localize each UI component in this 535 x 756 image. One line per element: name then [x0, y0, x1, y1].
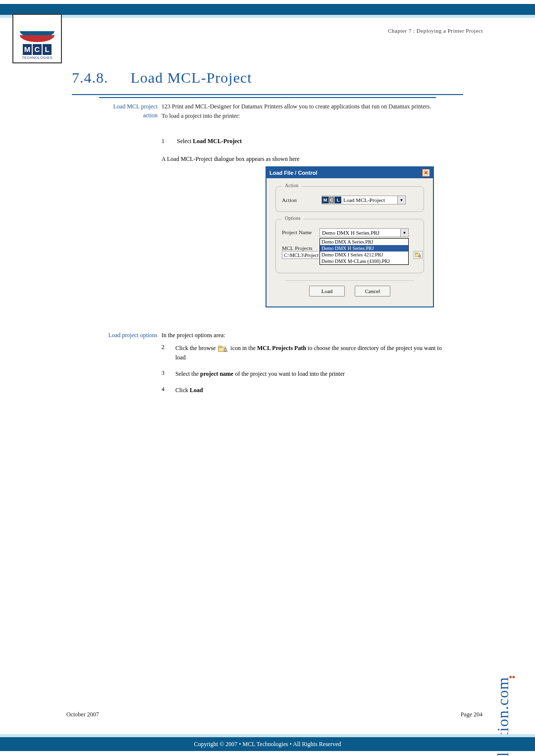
step-number: 4 [161, 386, 175, 395]
section-heading: 7.4.8. Load MCL-Project [72, 69, 252, 86]
footer-page: Page 204 [461, 711, 482, 718]
browse-icon[interactable] [414, 251, 423, 259]
step-4: 4 Click Load [161, 386, 444, 395]
list-item[interactable]: Demo DMX H Series.PRJ [320, 245, 408, 252]
heading-rule-outer [72, 94, 463, 95]
options-fieldset: Options Project Name Demo DMX H Series.P… [275, 219, 424, 273]
svg-line-7 [226, 351, 228, 352]
dialog-separator [285, 280, 414, 281]
dialog-intro-text: A Load MCL-Project dialogue box appears … [161, 155, 439, 163]
load-file-control-dialog: Load File / Control × Action Action MCL … [266, 166, 434, 307]
dialog-title-text: Load File / Control [269, 167, 318, 178]
close-icon[interactable]: × [422, 169, 430, 177]
list-item[interactable]: Demo DMX M-CLass (4308).PRJ [320, 258, 408, 264]
options-legend: Options [282, 215, 304, 221]
list-item[interactable]: Demo DMX A Series.PRJ [320, 239, 408, 245]
dialog-titlebar[interactable]: Load File / Control × [267, 167, 433, 178]
copyright-bar: Copyright © 2007 • MCL Technologies • Al… [0, 737, 535, 751]
svg-rect-1 [416, 253, 418, 254]
logo-letter: L [43, 44, 52, 55]
logo-letter: C [33, 44, 42, 55]
logo-subtext: TECHNOLOGIES [20, 56, 54, 59]
chevron-down-icon[interactable]: ▼ [400, 229, 408, 237]
options-intro-text: In the project options area: [161, 332, 439, 339]
logo-letter: M [23, 44, 32, 55]
mcl-projects-path-input[interactable]: C:\MCL3\Projects [282, 251, 319, 259]
project-name-combobox[interactable]: Demo DMX H Series.PRJ ▼ [320, 228, 409, 237]
step-number: 3 [161, 369, 175, 379]
svg-rect-5 [218, 346, 221, 348]
step-2: 2 Click the browse icon in the MCL Proje… [161, 344, 444, 362]
margin-label-options: Load project options [69, 332, 158, 339]
browse-icon [218, 345, 228, 352]
heading-rule-inner [99, 97, 436, 98]
logo-wave-icon [20, 31, 54, 42]
cancel-button[interactable]: Cancel [355, 286, 390, 297]
action-combo-value: Load MCL-Project [341, 197, 397, 203]
top-accent-light [0, 15, 535, 18]
action-fieldset: Action Action MCL Load MCL-Project ▼ [275, 186, 424, 212]
intro-paragraph: 123 Print and MCL-Designer for Datamax P… [161, 102, 434, 121]
chevron-down-icon[interactable]: ▼ [397, 196, 405, 204]
svg-line-3 [421, 257, 422, 258]
footer-date: October 2007 [66, 711, 99, 718]
load-button[interactable]: Load [309, 286, 345, 297]
decorative-dots-icon: •• [509, 672, 515, 683]
project-name-label: Project Name [282, 228, 320, 235]
mcl-badge-icon: MCL [322, 197, 341, 203]
step-3: 3 Select the project name of the project… [161, 369, 444, 379]
step-1: 1 Select Load MCL-Project [161, 138, 434, 145]
section-title: Load MCL-Project [131, 69, 252, 86]
list-item[interactable]: Demo DMX I Series 4212.PRJ [320, 252, 408, 258]
step-number: 2 [161, 344, 175, 362]
project-name-value: Demo DMX H Series.PRJ [320, 230, 400, 236]
action-combobox[interactable]: MCL Load MCL-Project ▼ [321, 196, 406, 204]
action-label: Action [282, 197, 317, 203]
margin-label-load-action: Load MCL projectaction [88, 102, 158, 120]
project-dropdown-list[interactable]: Demo DMX A Series.PRJ Demo DMX H Series.… [320, 238, 409, 265]
mcl-projects-label: MCL Projects [282, 238, 320, 251]
section-number: 7.4.8. [72, 69, 126, 86]
mcl-logo: M C L TECHNOLOGIES [12, 14, 62, 63]
action-legend: Action [282, 183, 301, 188]
top-accent-bar [0, 4, 535, 15]
chapter-header: Chapter 7 : Deploying a Printer Project [388, 28, 483, 34]
step-number: 1 [161, 138, 175, 145]
